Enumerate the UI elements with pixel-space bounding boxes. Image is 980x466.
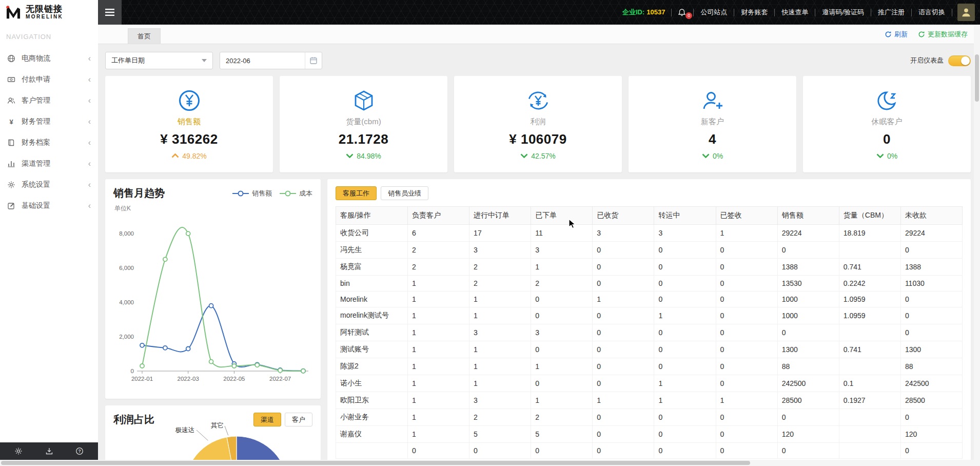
table-cell: 1 bbox=[531, 392, 593, 409]
sidebar-item-7[interactable]: 基础设置‹ bbox=[0, 195, 98, 216]
bell-icon bbox=[678, 8, 686, 17]
menu-toggle-button[interactable] bbox=[98, 0, 122, 25]
table-row[interactable]: 小谢业务12200000 bbox=[336, 409, 963, 426]
update-cache-button[interactable]: 更新数据缓存 bbox=[918, 30, 968, 39]
sidebar-item-4[interactable]: 财务档案‹ bbox=[0, 132, 98, 153]
update-cache-label: 更新数据缓存 bbox=[928, 30, 968, 39]
column-header-7[interactable]: 销售额 bbox=[777, 207, 839, 225]
table-row[interactable]: 谢嘉仪155000120120 bbox=[336, 426, 963, 443]
table-tab-1[interactable]: 销售员业绩 bbox=[381, 186, 428, 200]
help-button[interactable]: ? bbox=[75, 447, 84, 455]
panels: 销售月趋势 销售额成本 单位K 02,0004,0006,0008,000202… bbox=[105, 179, 971, 466]
svg-text:?: ? bbox=[78, 449, 81, 454]
svg-text:2022-01: 2022-01 bbox=[131, 376, 153, 382]
header-menu-item-4[interactable]: 推广注册 bbox=[871, 8, 911, 17]
table-cell: 1 bbox=[654, 307, 716, 324]
header-right: 企业ID:10537 0 公司站点财务账套快速查单邀请码/验证码推广注册语言切换 bbox=[616, 0, 980, 25]
avatar[interactable] bbox=[957, 4, 975, 21]
table-cell: 3 bbox=[531, 324, 593, 341]
column-header-9[interactable]: 未收款 bbox=[900, 207, 962, 225]
table-cell: 2 bbox=[469, 276, 531, 292]
column-header-0[interactable]: 客服/操作 bbox=[336, 207, 408, 225]
table-cell: 0 bbox=[900, 307, 962, 324]
column-header-4[interactable]: 已收货 bbox=[593, 207, 654, 225]
tab-home[interactable]: 首页 bbox=[128, 28, 161, 44]
column-header-1[interactable]: 负责客户 bbox=[408, 207, 469, 225]
column-header-2[interactable]: 进行中订单 bbox=[469, 207, 531, 225]
header-menu-item-0[interactable]: 公司站点 bbox=[694, 8, 734, 17]
sidebar-item-2[interactable]: 客户管理‹ bbox=[0, 90, 98, 111]
sidebar-item-1[interactable]: 付款申请‹ bbox=[0, 69, 98, 90]
table-cell bbox=[839, 242, 900, 259]
table-cell: 3 bbox=[531, 242, 593, 259]
column-header-5[interactable]: 转运中 bbox=[654, 207, 716, 225]
table-cell: 2 bbox=[469, 259, 531, 276]
settings-button[interactable] bbox=[14, 447, 23, 455]
table-row[interactable]: 冯先生23300000 bbox=[336, 242, 963, 259]
h-scroll-thumb[interactable] bbox=[1, 461, 750, 465]
sidebar-item-3[interactable]: ¥财务管理‹ bbox=[0, 111, 98, 132]
table-cell: 阿轩测试 bbox=[336, 324, 408, 341]
header-menu-item-1[interactable]: 财务账套 bbox=[734, 8, 774, 17]
table-cell: 0 bbox=[593, 409, 654, 426]
table-cell: 1300 bbox=[900, 341, 962, 358]
table-cell: 1 bbox=[654, 392, 716, 409]
table-cell: 88 bbox=[900, 358, 962, 375]
column-header-3[interactable]: 已下单 bbox=[531, 207, 593, 225]
table-row[interactable]: 00000000 bbox=[336, 443, 963, 459]
table-cell: 11030 bbox=[900, 276, 962, 292]
table-cell bbox=[839, 409, 900, 426]
download-button[interactable] bbox=[45, 447, 53, 455]
horizontal-scrollbar[interactable] bbox=[0, 460, 980, 466]
table-cell bbox=[839, 443, 900, 459]
table-row[interactable]: 阿轩测试13300000 bbox=[336, 324, 963, 341]
legend-item-0[interactable]: 销售额 bbox=[232, 189, 272, 198]
table-cell: bin bbox=[336, 276, 408, 292]
header-menu-item-5[interactable]: 语言切换 bbox=[912, 8, 952, 17]
table-row[interactable]: 陈源21110008888 bbox=[336, 358, 963, 375]
chevron-down-icon bbox=[202, 59, 207, 62]
table-cell: 120 bbox=[900, 426, 962, 443]
table-cell: 0 bbox=[593, 242, 654, 259]
notifications-button[interactable]: 0 bbox=[672, 8, 693, 17]
table-row[interactable]: Morelink11010010001.09590 bbox=[336, 292, 963, 307]
column-header-8[interactable]: 货量（CBM） bbox=[839, 207, 900, 225]
sidebar-item-5[interactable]: 渠道管理‹ bbox=[0, 153, 98, 174]
header-menu-item-2[interactable]: 快速查单 bbox=[775, 8, 815, 17]
table-cell: 0.1 bbox=[839, 375, 900, 392]
sidebar-item-0[interactable]: 电商物流‹ bbox=[0, 48, 98, 69]
table-cell: 0 bbox=[531, 292, 593, 307]
stat-card-1: 货量(cbm)21.172884.98% bbox=[280, 76, 447, 172]
table-row[interactable]: 杨竟富22100013880.7411388 bbox=[336, 259, 963, 276]
table-cell: 0 bbox=[531, 443, 593, 459]
stat-card-title: 新客户 bbox=[701, 117, 724, 127]
header-menu-item-3[interactable]: 邀请码/验证码 bbox=[815, 8, 871, 17]
table-row[interactable]: 测试账号11000013000.7411300 bbox=[336, 341, 963, 358]
calendar-button[interactable] bbox=[305, 52, 322, 69]
table-cell: 1 bbox=[408, 392, 469, 409]
svg-text:0: 0 bbox=[131, 368, 134, 374]
logo[interactable]: 无限链接 MORELINK bbox=[0, 0, 98, 25]
legend-item-1[interactable]: 成本 bbox=[279, 189, 312, 198]
date-input[interactable]: 2022-06 bbox=[220, 52, 322, 69]
v-scroll-thumb[interactable] bbox=[975, 54, 979, 102]
refresh-icon bbox=[885, 31, 892, 38]
sidebar-item-label: 付款申请 bbox=[22, 75, 50, 84]
refresh-button[interactable]: 刷新 bbox=[885, 30, 908, 39]
table-row[interactable]: 诺小生1100102425000.1242500 bbox=[336, 375, 963, 392]
down-caret-icon bbox=[520, 153, 528, 158]
table-cell: 0 bbox=[593, 443, 654, 459]
date-type-select[interactable]: 工作单日期 bbox=[105, 52, 213, 69]
table-tab-0[interactable]: 客服工作 bbox=[336, 186, 377, 200]
table-row[interactable]: bin122000135300.224211030 bbox=[336, 276, 963, 292]
sidebar-item-6[interactable]: 系统设置‹ bbox=[0, 174, 98, 195]
table-row[interactable]: 欧阳卫东131111285000.192728500 bbox=[336, 392, 963, 409]
table-cell: 1 bbox=[654, 375, 716, 392]
column-header-6[interactable]: 已签收 bbox=[716, 207, 777, 225]
pie-button-0[interactable]: 渠道 bbox=[253, 413, 281, 426]
table-row[interactable]: 收货公司617113312922418.81929224 bbox=[336, 225, 963, 242]
table-row[interactable]: morelink测试号11001010001.09590 bbox=[336, 307, 963, 324]
dashboard-toggle[interactable] bbox=[948, 55, 971, 66]
vertical-scrollbar[interactable] bbox=[974, 25, 980, 460]
pie-button-1[interactable]: 客户 bbox=[285, 413, 312, 426]
